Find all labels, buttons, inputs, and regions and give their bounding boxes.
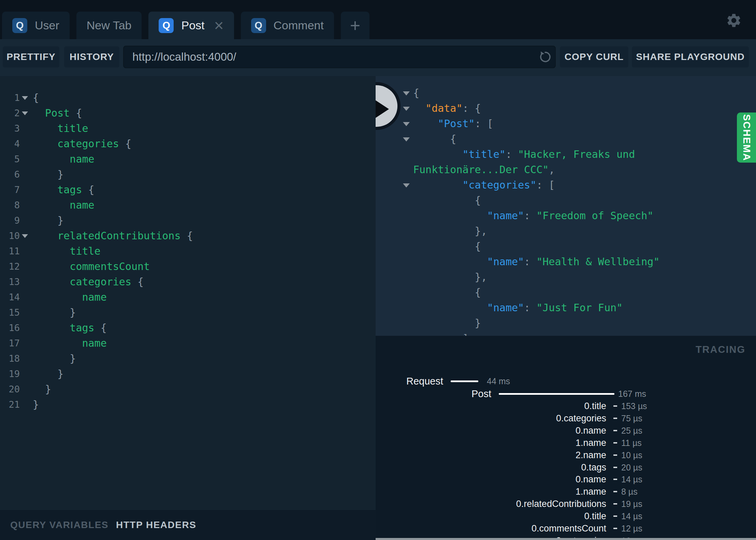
fold-arrow-icon[interactable] xyxy=(403,183,410,188)
share-playground-button[interactable]: SHARE PLAYGROUND xyxy=(632,46,749,68)
code-token: name xyxy=(70,153,94,165)
code-token: : xyxy=(506,148,518,160)
line-number: 18 xyxy=(0,351,20,366)
code-token: "title" xyxy=(462,148,505,160)
schema-side-tab[interactable]: SCHEMA xyxy=(737,112,756,163)
editor-line: 9} xyxy=(0,213,376,228)
code-token: "name" xyxy=(487,210,524,222)
editor-code: relatedContributions { xyxy=(0,228,193,243)
trace-resolver-label: 0.categories xyxy=(402,412,606,424)
trace-resolver-bar xyxy=(613,430,617,431)
response-code: { xyxy=(376,131,456,147)
response-code: }, xyxy=(376,269,487,285)
code-token: : xyxy=(524,302,536,314)
fold-arrow-icon[interactable] xyxy=(22,111,28,115)
trace-resolver-label: 0.name xyxy=(402,424,606,437)
line-number: 4 xyxy=(0,136,20,151)
editor-code: commentsCount xyxy=(0,259,150,274)
response-code: "name": "Health & Wellbeing" xyxy=(376,254,659,269)
editor-line: 6} xyxy=(0,167,376,182)
reload-schema-icon[interactable] xyxy=(538,50,552,64)
code-token: { xyxy=(450,133,456,145)
editor-line: 11title xyxy=(0,243,376,259)
code-token: "name" xyxy=(487,256,524,268)
toolbar: PRETTIFY HISTORY COPY CURL SHARE PLAYGRO… xyxy=(0,39,756,76)
play-icon xyxy=(376,85,397,127)
tracing-horizontal-scrollbar[interactable] xyxy=(376,538,756,540)
tab-comment[interactable]: QComment xyxy=(241,12,334,39)
trace-resolver-bar xyxy=(613,454,617,456)
fold-arrow-icon[interactable] xyxy=(403,91,410,95)
editor-line: 20} xyxy=(0,381,376,397)
code-token: "data" xyxy=(425,102,462,114)
trace-resolver-value: 8 µs xyxy=(621,485,638,498)
copy-curl-button[interactable]: COPY CURL xyxy=(560,46,628,68)
new-tab-button[interactable]: + xyxy=(341,12,369,39)
http-headers-toggle[interactable]: HTTP HEADERS xyxy=(116,520,196,530)
line-number: 13 xyxy=(0,274,20,289)
code-token: }, xyxy=(475,225,487,237)
code-token: { xyxy=(475,194,481,206)
response-code: } xyxy=(376,315,481,331)
fold-arrow-icon[interactable] xyxy=(403,122,410,126)
response-code: "name": "Just For Fun" xyxy=(376,300,623,315)
trace-span-label: Post xyxy=(376,388,491,400)
editor-line: 15} xyxy=(0,305,376,320)
fold-arrow-icon[interactable] xyxy=(403,107,410,111)
tab-post[interactable]: QPost× xyxy=(148,12,234,39)
line-number: 16 xyxy=(0,320,20,335)
editor-line: 3title xyxy=(0,121,376,136)
prettify-button[interactable]: PRETTIFY xyxy=(3,46,59,68)
response-line: }, xyxy=(376,269,756,285)
code-token: "categories" xyxy=(462,179,536,191)
code-token: : xyxy=(524,210,536,222)
trace-span-value: 44 ms xyxy=(487,375,510,387)
tab-new-tab[interactable]: New Tab xyxy=(76,12,142,39)
code-token: title xyxy=(70,245,100,257)
query-badge-icon: Q xyxy=(12,18,27,33)
fold-arrow-icon[interactable] xyxy=(22,96,28,100)
editor-footer: QUERY VARIABLES HTTP HEADERS xyxy=(0,510,376,540)
code-token: title xyxy=(57,122,88,134)
code-token: Post xyxy=(45,107,70,119)
query-variables-toggle[interactable]: QUERY VARIABLES xyxy=(10,520,108,530)
code-token: } xyxy=(57,368,63,380)
code-token: tags xyxy=(57,184,82,196)
tracing-title: TRACING xyxy=(696,344,745,355)
editor-line: 16tags { xyxy=(0,320,376,335)
code-token: } xyxy=(475,317,481,329)
line-number: 7 xyxy=(0,182,20,197)
editor-line: 10relatedContributions { xyxy=(0,228,376,243)
settings-gear-icon[interactable] xyxy=(726,12,742,29)
response-json: {"data": {"Post": [{"title": "Hacker, Fr… xyxy=(376,85,756,336)
code-token: "Post" xyxy=(438,118,475,130)
code-token: } xyxy=(70,352,76,364)
query-editor[interactable]: 1{2Post {3title4categories {5name6}7tags… xyxy=(0,76,376,510)
code-token: ] xyxy=(462,332,468,336)
fold-arrow-icon[interactable] xyxy=(403,137,410,141)
response-code: { xyxy=(376,239,481,254)
code-token: { xyxy=(94,322,107,334)
code-token: { xyxy=(413,87,419,99)
response-line: ] xyxy=(376,331,756,336)
close-tab-icon[interactable]: × xyxy=(214,19,224,32)
code-token: } xyxy=(70,306,76,318)
code-token: } xyxy=(45,383,51,395)
line-number: 17 xyxy=(0,335,20,351)
code-token: "name" xyxy=(487,302,524,314)
editor-line: 12commentsCount xyxy=(0,259,376,274)
trace-span-value: 167 ms xyxy=(618,388,646,400)
line-number: 9 xyxy=(0,213,20,228)
tab-user[interactable]: QUser xyxy=(2,12,70,39)
response-line: }, xyxy=(376,223,756,239)
code-token: { xyxy=(82,184,94,196)
editor-line: 5name xyxy=(0,151,376,167)
fold-arrow-icon[interactable] xyxy=(22,234,28,238)
editor-line: 13categories { xyxy=(0,274,376,289)
trace-resolver-bar xyxy=(613,442,617,444)
history-button[interactable]: HISTORY xyxy=(64,46,119,68)
editor-line: 17name xyxy=(0,335,376,351)
endpoint-url-input[interactable] xyxy=(123,46,556,68)
editor-code: categories { xyxy=(0,274,144,289)
trace-resolver-value: 153 µs xyxy=(621,400,647,412)
